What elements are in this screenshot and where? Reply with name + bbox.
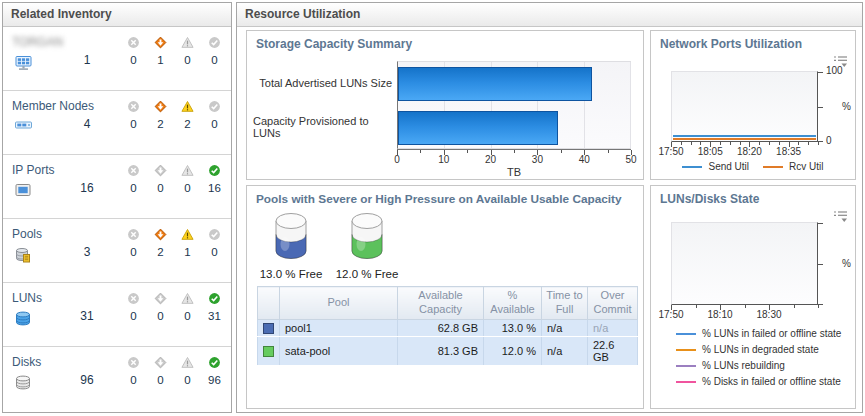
status-failed: 0 bbox=[120, 356, 147, 386]
status-normal: 96 bbox=[201, 356, 228, 386]
storage-system-icon bbox=[14, 54, 33, 76]
inventory-row: IP Ports1600016 bbox=[3, 154, 231, 218]
status-count: 2 bbox=[147, 118, 174, 130]
status-count: 0 bbox=[174, 310, 201, 322]
status-failed: 0 bbox=[120, 164, 147, 194]
inventory-item-count: 1 bbox=[61, 53, 113, 67]
luns-disks-plot-area bbox=[671, 222, 818, 305]
axis-tick bbox=[808, 142, 809, 145]
normal-status-icon bbox=[201, 228, 228, 241]
axis-tick bbox=[745, 305, 746, 308]
legend-label: % LUNs in degraded state bbox=[702, 344, 819, 355]
time-to-full-cell: n/a bbox=[542, 319, 588, 337]
legend-item: Send Util bbox=[682, 161, 749, 172]
table-column-header: % Available bbox=[484, 287, 542, 320]
series-line-2 bbox=[673, 138, 816, 140]
status-count: 0 bbox=[147, 182, 174, 194]
table-body: pool162.8 GB13.0 %n/an/asata-pool81.3 GB… bbox=[258, 319, 638, 366]
hbar-body: Total Advertised LUNs SizeCapacity Provi… bbox=[253, 61, 631, 149]
inventory-item-label[interactable]: TORGAN bbox=[12, 35, 63, 49]
pool-name-cell[interactable]: sata-pool bbox=[280, 337, 398, 366]
pool-name-cell[interactable]: pool1 bbox=[280, 319, 398, 337]
status-group: 0210 bbox=[120, 228, 228, 258]
status-count: 0 bbox=[120, 54, 147, 66]
network-legend: Send UtilRcv Util bbox=[651, 161, 855, 172]
status-critical: 2 bbox=[147, 100, 174, 130]
status-normal: 16 bbox=[201, 164, 228, 194]
chart-menu-icon[interactable] bbox=[833, 209, 848, 227]
critical-status-icon bbox=[147, 36, 174, 49]
axis-tick-label: 18:10 bbox=[707, 309, 732, 320]
luns-disks-legend: % LUNs in failed or offline state% LUNs … bbox=[676, 328, 841, 387]
related-inventory-panel: Related Inventory TORGAN10100Member Node… bbox=[2, 2, 232, 413]
time-to-full-cell: n/a bbox=[542, 337, 588, 366]
inventory-row: TORGAN10100 bbox=[3, 27, 231, 90]
pool-free-label: 13.0 % Free bbox=[253, 268, 329, 280]
network-plot-area bbox=[671, 71, 818, 142]
bar-2 bbox=[398, 111, 558, 145]
failed-status-icon bbox=[120, 100, 147, 113]
table-row[interactable]: sata-pool81.3 GB12.0 %n/a22.6 GB bbox=[258, 337, 638, 366]
storage-capacity-bar-chart: Total Advertised LUNs SizeCapacity Provi… bbox=[253, 61, 631, 178]
inventory-item-label[interactable]: Member Nodes bbox=[12, 99, 94, 113]
status-count: 0 bbox=[174, 182, 201, 194]
status-warning: 2 bbox=[174, 100, 201, 130]
critical-status-icon bbox=[147, 100, 174, 113]
storage-dashboard: Related Inventory TORGAN10100Member Node… bbox=[0, 0, 865, 416]
inventory-row: Pools30210 bbox=[3, 218, 231, 282]
status-warning: 0 bbox=[174, 356, 201, 386]
bar-x-axis: 01020304050 bbox=[397, 149, 631, 166]
normal-status-icon bbox=[201, 356, 228, 369]
network-ports-title: Network Ports Utilization bbox=[651, 31, 855, 51]
failed-status-icon bbox=[120, 36, 147, 49]
inventory-item-label[interactable]: IP Ports bbox=[12, 163, 54, 177]
status-count: 0 bbox=[174, 54, 201, 66]
related-inventory-header: Related Inventory bbox=[3, 3, 231, 27]
warning-status-icon bbox=[174, 36, 201, 49]
axis-tick-label: 18:20 bbox=[737, 146, 762, 157]
axis-tick bbox=[798, 142, 799, 145]
status-failed: 0 bbox=[120, 36, 147, 66]
axis-tick bbox=[818, 305, 819, 308]
axis-tick bbox=[769, 142, 770, 145]
legend-item: % LUNs in failed or offline state bbox=[676, 328, 841, 339]
legend-swatch bbox=[763, 166, 783, 168]
inventory-item-count: 4 bbox=[61, 117, 113, 131]
critical-status-icon bbox=[147, 164, 174, 177]
axis-tick-label: 17:50 bbox=[658, 146, 683, 157]
inventory-item-label[interactable]: Disks bbox=[12, 355, 41, 369]
status-critical: 0 bbox=[147, 356, 174, 386]
y-axis-tick bbox=[818, 72, 823, 73]
axis-tick bbox=[561, 150, 562, 153]
table-head: PoolAvailable Capacity% AvailableTime to… bbox=[258, 287, 638, 320]
status-failed: 0 bbox=[120, 228, 147, 258]
status-count: 0 bbox=[120, 310, 147, 322]
table-row[interactable]: pool162.8 GB13.0 %n/an/a bbox=[258, 319, 638, 337]
axis-tick bbox=[514, 150, 515, 153]
storage-capacity-summary-box: Storage Capacity Summary Total Advertise… bbox=[246, 30, 644, 180]
critical-status-icon bbox=[147, 356, 174, 369]
inventory-item-count: 16 bbox=[61, 181, 113, 195]
axis-tick-label: 50 bbox=[625, 154, 636, 165]
axis-tick bbox=[681, 142, 682, 145]
disks-icon bbox=[14, 374, 32, 395]
y-axis-min-label: 0 bbox=[826, 135, 832, 146]
legend-label: Send Util bbox=[708, 161, 749, 172]
pool-free-gauges: 13.0 % Free12.0 % Free bbox=[253, 212, 405, 280]
status-critical: 1 bbox=[147, 36, 174, 66]
luns-disks-title: LUNs/Disks State bbox=[651, 186, 855, 206]
axis-tick bbox=[779, 142, 780, 145]
status-count: 0 bbox=[147, 374, 174, 386]
pct-available-cell: 13.0 % bbox=[484, 319, 542, 337]
axis-tick bbox=[420, 150, 421, 153]
status-count: 1 bbox=[174, 246, 201, 258]
bar-category-labels: Total Advertised LUNs SizeCapacity Provi… bbox=[253, 61, 397, 149]
pools-pressure-title: Pools with Severe or High Pressure on Av… bbox=[247, 186, 643, 206]
inventory-item-label[interactable]: Pools bbox=[12, 227, 42, 241]
inventory-item-label[interactable]: LUNs bbox=[12, 291, 42, 305]
axis-tick bbox=[720, 142, 721, 145]
status-warning: 1 bbox=[174, 228, 201, 258]
status-count: 0 bbox=[120, 182, 147, 194]
pool-cylinder-icon bbox=[253, 212, 329, 266]
y-axis-unit-label: % bbox=[842, 258, 851, 269]
